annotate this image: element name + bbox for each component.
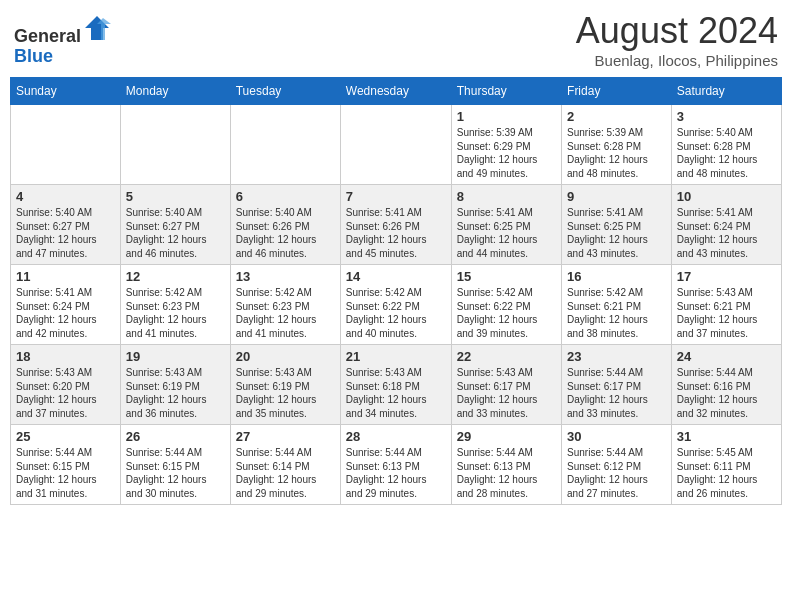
day-info: Sunrise: 5:41 AM Sunset: 6:25 PM Dayligh…	[457, 206, 556, 260]
day-info: Sunrise: 5:43 AM Sunset: 6:18 PM Dayligh…	[346, 366, 446, 420]
day-number: 22	[457, 349, 556, 364]
calendar-cell: 5Sunrise: 5:40 AM Sunset: 6:27 PM Daylig…	[120, 185, 230, 265]
day-info: Sunrise: 5:43 AM Sunset: 6:21 PM Dayligh…	[677, 286, 776, 340]
calendar-cell: 26Sunrise: 5:44 AM Sunset: 6:15 PM Dayli…	[120, 425, 230, 505]
svg-marker-0	[85, 16, 109, 40]
day-info: Sunrise: 5:44 AM Sunset: 6:16 PM Dayligh…	[677, 366, 776, 420]
day-number: 21	[346, 349, 446, 364]
day-info: Sunrise: 5:44 AM Sunset: 6:17 PM Dayligh…	[567, 366, 666, 420]
day-info: Sunrise: 5:39 AM Sunset: 6:28 PM Dayligh…	[567, 126, 666, 180]
calendar-cell: 21Sunrise: 5:43 AM Sunset: 6:18 PM Dayli…	[340, 345, 451, 425]
day-info: Sunrise: 5:42 AM Sunset: 6:21 PM Dayligh…	[567, 286, 666, 340]
day-info: Sunrise: 5:44 AM Sunset: 6:13 PM Dayligh…	[457, 446, 556, 500]
weekday-header-sunday: Sunday	[11, 78, 121, 105]
day-info: Sunrise: 5:43 AM Sunset: 6:20 PM Dayligh…	[16, 366, 115, 420]
day-number: 27	[236, 429, 335, 444]
day-info: Sunrise: 5:40 AM Sunset: 6:27 PM Dayligh…	[126, 206, 225, 260]
day-number: 30	[567, 429, 666, 444]
day-number: 29	[457, 429, 556, 444]
calendar-cell: 17Sunrise: 5:43 AM Sunset: 6:21 PM Dayli…	[671, 265, 781, 345]
day-number: 11	[16, 269, 115, 284]
calendar-cell: 23Sunrise: 5:44 AM Sunset: 6:17 PM Dayli…	[562, 345, 672, 425]
day-number: 31	[677, 429, 776, 444]
day-number: 16	[567, 269, 666, 284]
day-info: Sunrise: 5:44 AM Sunset: 6:13 PM Dayligh…	[346, 446, 446, 500]
calendar-cell: 7Sunrise: 5:41 AM Sunset: 6:26 PM Daylig…	[340, 185, 451, 265]
calendar-cell: 29Sunrise: 5:44 AM Sunset: 6:13 PM Dayli…	[451, 425, 561, 505]
calendar-cell: 25Sunrise: 5:44 AM Sunset: 6:15 PM Dayli…	[11, 425, 121, 505]
logo-text: General Blue	[14, 14, 111, 67]
logo-icon	[83, 14, 111, 42]
week-row-1: 1Sunrise: 5:39 AM Sunset: 6:29 PM Daylig…	[11, 105, 782, 185]
calendar-cell	[340, 105, 451, 185]
weekday-header-wednesday: Wednesday	[340, 78, 451, 105]
day-info: Sunrise: 5:43 AM Sunset: 6:19 PM Dayligh…	[126, 366, 225, 420]
calendar-cell: 31Sunrise: 5:45 AM Sunset: 6:11 PM Dayli…	[671, 425, 781, 505]
day-info: Sunrise: 5:43 AM Sunset: 6:17 PM Dayligh…	[457, 366, 556, 420]
day-number: 1	[457, 109, 556, 124]
day-number: 5	[126, 189, 225, 204]
calendar-cell: 11Sunrise: 5:41 AM Sunset: 6:24 PM Dayli…	[11, 265, 121, 345]
day-info: Sunrise: 5:39 AM Sunset: 6:29 PM Dayligh…	[457, 126, 556, 180]
day-info: Sunrise: 5:41 AM Sunset: 6:24 PM Dayligh…	[677, 206, 776, 260]
weekday-header-tuesday: Tuesday	[230, 78, 340, 105]
day-number: 26	[126, 429, 225, 444]
day-info: Sunrise: 5:40 AM Sunset: 6:26 PM Dayligh…	[236, 206, 335, 260]
day-number: 6	[236, 189, 335, 204]
day-number: 7	[346, 189, 446, 204]
day-number: 12	[126, 269, 225, 284]
calendar-cell	[11, 105, 121, 185]
day-info: Sunrise: 5:40 AM Sunset: 6:27 PM Dayligh…	[16, 206, 115, 260]
day-number: 14	[346, 269, 446, 284]
day-number: 19	[126, 349, 225, 364]
weekday-header-row: SundayMondayTuesdayWednesdayThursdayFrid…	[11, 78, 782, 105]
calendar-cell: 27Sunrise: 5:44 AM Sunset: 6:14 PM Dayli…	[230, 425, 340, 505]
calendar-cell: 10Sunrise: 5:41 AM Sunset: 6:24 PM Dayli…	[671, 185, 781, 265]
day-number: 15	[457, 269, 556, 284]
day-number: 4	[16, 189, 115, 204]
day-info: Sunrise: 5:44 AM Sunset: 6:14 PM Dayligh…	[236, 446, 335, 500]
calendar-cell	[120, 105, 230, 185]
day-info: Sunrise: 5:42 AM Sunset: 6:22 PM Dayligh…	[346, 286, 446, 340]
day-number: 17	[677, 269, 776, 284]
calendar-cell: 28Sunrise: 5:44 AM Sunset: 6:13 PM Dayli…	[340, 425, 451, 505]
day-number: 25	[16, 429, 115, 444]
logo-general: General	[14, 26, 81, 46]
calendar-cell: 15Sunrise: 5:42 AM Sunset: 6:22 PM Dayli…	[451, 265, 561, 345]
calendar-cell: 4Sunrise: 5:40 AM Sunset: 6:27 PM Daylig…	[11, 185, 121, 265]
calendar-cell: 20Sunrise: 5:43 AM Sunset: 6:19 PM Dayli…	[230, 345, 340, 425]
logo-blue: Blue	[14, 46, 53, 66]
week-row-5: 25Sunrise: 5:44 AM Sunset: 6:15 PM Dayli…	[11, 425, 782, 505]
day-number: 3	[677, 109, 776, 124]
day-number: 23	[567, 349, 666, 364]
page-header: General Blue August 2024 Buenlag, Ilocos…	[10, 10, 782, 69]
week-row-2: 4Sunrise: 5:40 AM Sunset: 6:27 PM Daylig…	[11, 185, 782, 265]
day-info: Sunrise: 5:41 AM Sunset: 6:24 PM Dayligh…	[16, 286, 115, 340]
day-number: 24	[677, 349, 776, 364]
weekday-header-friday: Friday	[562, 78, 672, 105]
calendar-cell: 9Sunrise: 5:41 AM Sunset: 6:25 PM Daylig…	[562, 185, 672, 265]
day-number: 20	[236, 349, 335, 364]
day-info: Sunrise: 5:44 AM Sunset: 6:15 PM Dayligh…	[16, 446, 115, 500]
day-info: Sunrise: 5:42 AM Sunset: 6:23 PM Dayligh…	[126, 286, 225, 340]
day-number: 8	[457, 189, 556, 204]
calendar-cell: 2Sunrise: 5:39 AM Sunset: 6:28 PM Daylig…	[562, 105, 672, 185]
day-info: Sunrise: 5:40 AM Sunset: 6:28 PM Dayligh…	[677, 126, 776, 180]
calendar-cell: 18Sunrise: 5:43 AM Sunset: 6:20 PM Dayli…	[11, 345, 121, 425]
month-title: August 2024	[576, 10, 778, 52]
calendar-cell: 14Sunrise: 5:42 AM Sunset: 6:22 PM Dayli…	[340, 265, 451, 345]
day-info: Sunrise: 5:41 AM Sunset: 6:25 PM Dayligh…	[567, 206, 666, 260]
calendar-cell: 12Sunrise: 5:42 AM Sunset: 6:23 PM Dayli…	[120, 265, 230, 345]
week-row-3: 11Sunrise: 5:41 AM Sunset: 6:24 PM Dayli…	[11, 265, 782, 345]
day-number: 2	[567, 109, 666, 124]
calendar-cell: 8Sunrise: 5:41 AM Sunset: 6:25 PM Daylig…	[451, 185, 561, 265]
calendar-cell: 30Sunrise: 5:44 AM Sunset: 6:12 PM Dayli…	[562, 425, 672, 505]
weekday-header-saturday: Saturday	[671, 78, 781, 105]
day-info: Sunrise: 5:41 AM Sunset: 6:26 PM Dayligh…	[346, 206, 446, 260]
day-info: Sunrise: 5:42 AM Sunset: 6:23 PM Dayligh…	[236, 286, 335, 340]
calendar-cell: 1Sunrise: 5:39 AM Sunset: 6:29 PM Daylig…	[451, 105, 561, 185]
day-number: 28	[346, 429, 446, 444]
day-info: Sunrise: 5:44 AM Sunset: 6:15 PM Dayligh…	[126, 446, 225, 500]
calendar-cell: 16Sunrise: 5:42 AM Sunset: 6:21 PM Dayli…	[562, 265, 672, 345]
day-info: Sunrise: 5:45 AM Sunset: 6:11 PM Dayligh…	[677, 446, 776, 500]
